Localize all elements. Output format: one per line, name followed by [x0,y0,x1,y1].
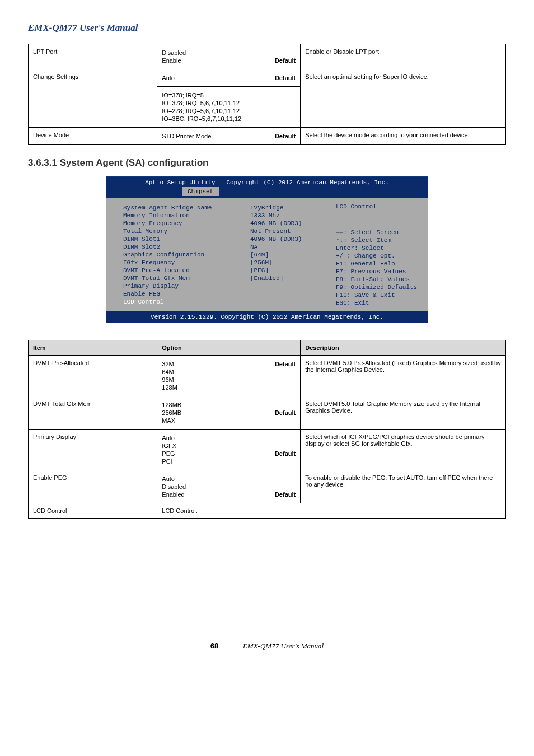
t2-opts: 128MB256MBDefaultMAX [157,396,301,430]
t1-opts: DisabledEnableDefault [157,44,301,69]
t1-desc: Select the device mode according to your… [301,128,506,145]
t2-header-option: Option [157,340,301,356]
t1-opts: IO=378; IRQ=5IO=378; IRQ=5,6,7,10,11,12I… [157,87,301,128]
t1-opts: STD Printer ModeDefault [157,128,301,145]
t2-header-desc: Description [301,340,506,356]
t1-item: Device Mode [29,128,157,145]
bios-key-hints: →←: Select Screen↑↓: Select ItemEnter: S… [336,228,422,307]
bios-help-title: LCD Control [336,203,422,211]
footer-manual-title: EMX-QM77 User's Manual [243,642,324,650]
t2-header-item: Item [29,340,157,356]
t2-opts: AutoIGFXPEGDefaultPCI [157,430,301,470]
bios-help-pane: LCD Control →←: Select Screen↑↓: Select … [330,198,428,311]
t2-desc: LCD Control. [157,503,506,519]
t2-opts: AutoDisabledEnabledDefault [157,470,301,503]
bios-screenshot: Aptio Setup Utility - Copyright (C) 2012… [106,176,428,323]
t2-item: LCD Control [29,503,157,519]
page-header-title: EMX-QM77 User's Manual [28,22,506,34]
t2-desc: To enable or disable the PEG. To set AUT… [301,470,506,503]
t2-item: DVMT Pre-Allocated [29,356,157,396]
t1-opts: AutoDefault [157,69,301,87]
t2-desc: Select DVMT 5.0 Pre-Allocated (Fixed) Gr… [301,356,506,396]
t2-item: DVMT Total Gfx Mem [29,396,157,430]
bios-values-pane: IvyBridge 1333 Mhz4096 MB (DDR3)Not Pres… [246,198,330,311]
page-footer: 68 EMX-QM77 User's Manual [28,642,506,651]
bios-tab-chipset: Chipset [182,187,219,196]
settings-table-2: Item Option Description DVMT Pre-Allocat… [28,340,506,519]
bios-title-bar: Aptio Setup Utility - Copyright (C) 2012… [106,177,428,186]
t2-desc: Select which of IGFX/PEG/PCI graphics de… [301,430,506,470]
section-heading: 3.6.3.1 System Agent (SA) configuration [28,157,506,169]
t2-opts: 32MDefault64M96M128M [157,356,301,396]
bios-footer: Version 2.15.1229. Copyright (C) 2012 Am… [106,311,428,323]
t2-desc: Select DVMT5.0 Total Graphic Memory size… [301,396,506,430]
bios-left-pane: System Agent Bridge Name Memory Informat… [106,198,246,311]
settings-table-1: LPT Port DisabledEnableDefault Enable or… [28,44,506,145]
t1-item: Change Settings [29,69,157,128]
t1-desc: Select an optimal setting for Super IO d… [301,69,506,128]
t1-item: LPT Port [29,44,157,69]
t2-item: Enable PEG [29,470,157,503]
page-number: 68 [210,642,218,650]
t2-item: Primary Display [29,430,157,470]
bios-tab-row: Chipset [106,186,428,198]
t1-desc: Enable or Disable LPT port. [301,44,506,69]
